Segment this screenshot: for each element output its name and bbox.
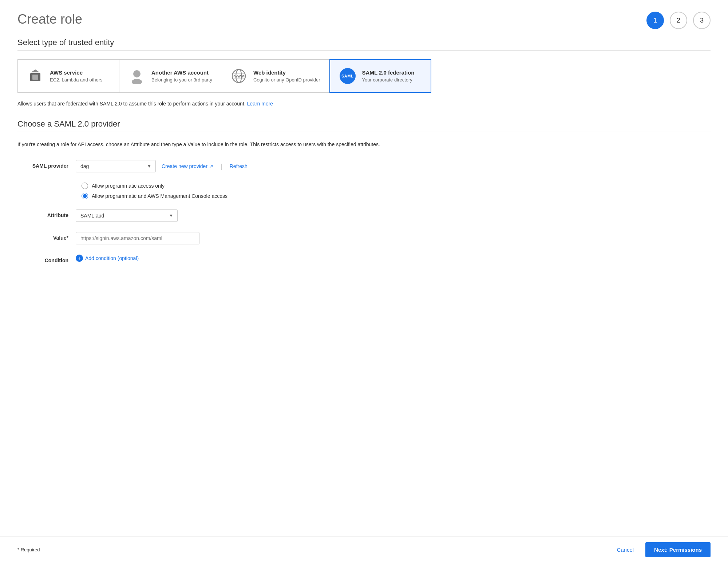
svg-text:WWW: WWW [234,75,244,78]
value-input[interactable] [76,232,199,244]
another-account-text: Another AWS account Belonging to you or … [151,69,212,83]
web-identity-text: Web identity Cognito or any OpenID provi… [253,69,320,83]
radio-programmatic-only-input[interactable] [82,183,88,189]
web-identity-title: Web identity [253,69,320,76]
another-account-desc: Belonging to you or 3rd party [151,77,212,83]
aws-service-desc: EC2, Lambda and others [50,77,103,83]
aws-service-icon [27,67,44,85]
svg-point-3 [133,70,141,77]
section-divider [17,50,711,51]
entity-cards: AWS service EC2, Lambda and others Anoth… [17,59,711,93]
step-3: 3 [693,12,711,29]
attribute-select-wrapper: SAML:aud SAML:iss SAML:sub SAML:namequal… [76,209,178,222]
radio-programmatic-console-input[interactable] [82,193,88,199]
svg-rect-2 [32,75,38,80]
svg-point-4 [132,79,142,84]
account-icon [128,67,146,85]
entity-card-aws-service[interactable]: AWS service EC2, Lambda and others [17,59,119,93]
trusted-entity-title: Select type of trusted entity [17,38,711,47]
aws-service-title: AWS service [50,69,103,76]
saml-icon: SAML [339,67,356,85]
value-row: Value* [17,232,345,244]
step-2: 2 [670,12,687,29]
saml-federation-title: SAML 2.0 federation [362,69,415,76]
add-condition-text: Add condition (optional) [85,255,139,261]
aws-service-text: AWS service EC2, Lambda and others [50,69,103,83]
attribute-select[interactable]: SAML:aud SAML:iss SAML:sub SAML:namequal… [76,209,178,222]
refresh-button[interactable]: Refresh [224,160,253,172]
attribute-label: Attribute [17,209,76,218]
saml-provider-label: SAML provider [17,160,76,169]
saml-provider-select[interactable]: dag provider2 provider3 [76,160,156,172]
radio-programmatic-console-label: Allow programmatic and AWS Management Co… [92,193,228,199]
access-type-label-spacer [17,183,76,185]
next-button[interactable]: Next: Permissions [645,542,711,557]
saml-provider-controls: dag provider2 provider3 ▼ Create new pro… [76,160,345,172]
required-text: * Required [17,547,40,552]
step-indicators: 1 2 3 [646,12,711,29]
saml-provider-row: SAML provider dag provider2 provider3 ▼ … [17,160,345,172]
condition-label: Condition [17,255,76,263]
saml-federation-desc: Your corporate directory [362,77,415,83]
entity-card-saml-federation[interactable]: SAML SAML 2.0 federation Your corporate … [329,59,431,93]
add-condition-button[interactable]: + Add condition (optional) [76,255,139,262]
saml-description: If you're creating a role for API access… [17,141,418,148]
radio-programmatic-only-label: Allow programmatic access only [92,183,165,189]
radio-programmatic-only[interactable]: Allow programmatic access only [82,183,228,189]
create-new-provider-button[interactable]: Create new provider ↗ [156,160,219,172]
saml-info-text: Allows users that are federated with SAM… [17,100,711,108]
access-type-row: Allow programmatic access only Allow pro… [17,183,345,199]
learn-more-link[interactable]: Learn more [247,101,273,107]
entity-card-web-identity[interactable]: WWW Web identity Cognito or any OpenID p… [221,59,329,93]
saml-section-title: Choose a SAML 2.0 provider [17,119,711,129]
footer: * Required Cancel Next: Permissions [0,536,728,563]
saml-divider [17,132,711,132]
web-identity-desc: Cognito or any OpenID provider [253,77,320,83]
entity-card-another-account[interactable]: Another AWS account Belonging to you or … [119,59,221,93]
condition-row: Condition + Add condition (optional) [17,255,345,263]
saml-provider-select-wrapper: dag provider2 provider3 ▼ [76,160,156,172]
footer-actions: Cancel Next: Permissions [611,542,711,557]
cancel-button[interactable]: Cancel [611,544,640,556]
page-title: Create role [17,12,82,27]
svg-marker-1 [31,69,40,72]
external-link-icon: ↗ [209,163,213,169]
another-account-title: Another AWS account [151,69,212,76]
value-label: Value* [17,232,76,241]
step-1: 1 [646,12,664,29]
web-identity-icon: WWW [230,67,248,85]
attribute-row: Attribute SAML:aud SAML:iss SAML:sub SAM… [17,209,345,222]
plus-icon: + [76,255,83,262]
link-separator: | [219,163,224,170]
saml-federation-text: SAML 2.0 federation Your corporate direc… [362,69,415,83]
page-header: Create role 1 2 3 [17,12,711,29]
radio-programmatic-console[interactable]: Allow programmatic and AWS Management Co… [82,193,228,199]
radio-group: Allow programmatic access only Allow pro… [82,183,228,199]
